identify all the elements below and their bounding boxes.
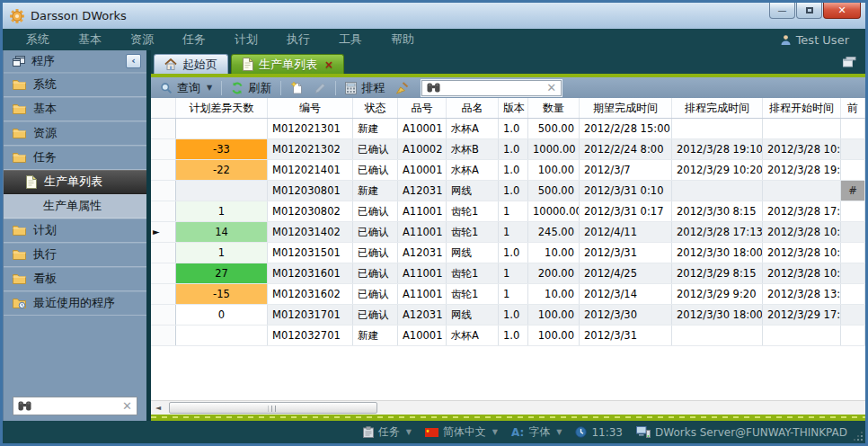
toolbar-clear-button[interactable] [392, 79, 412, 97]
toolbar-new-button[interactable] [288, 79, 306, 97]
menu-item-6[interactable]: 工具 [324, 29, 376, 50]
horizontal-scrollbar[interactable]: ◄ [151, 400, 865, 415]
cell-extra [841, 222, 865, 242]
cell-code: M012030802 [268, 201, 353, 221]
table-row[interactable]: M012030801新建A12031网线1.0500.002012/3/31 0… [151, 181, 865, 201]
cell-item_name: 网线 [447, 243, 499, 263]
table-row[interactable]: -33M012021302已确认A10002水杯B1.01000.002012/… [151, 139, 865, 160]
cell-qty: 200.00 [528, 263, 580, 283]
menu-item-0[interactable]: 系统 [12, 29, 64, 50]
cell-sched_end: 2012/3/30 18:00 [672, 243, 763, 263]
scroll-left-arrow[interactable]: ◄ [151, 401, 165, 415]
column-header-7[interactable]: 期望完成时间 [580, 98, 672, 118]
cell-status: 已确认 [353, 222, 398, 242]
column-header-3[interactable]: 品号 [398, 98, 447, 118]
column-header-10[interactable]: 前 [841, 98, 865, 118]
sidebar-item-7[interactable]: 执行 [4, 243, 146, 267]
chevron-down-icon: ▼ [556, 428, 562, 436]
cell-sched_start: 2012/3/28 10:52 [763, 222, 841, 242]
close-button[interactable]: ✕ [823, 3, 861, 19]
table-row[interactable]: ►14M012031402已确认A11001齿轮11245.002012/4/1… [151, 222, 865, 243]
sidebar-item-3[interactable]: 任务 [4, 146, 146, 170]
table-row[interactable]: M012032701新建A10001水杯A1.0100.002012/3/31 [151, 326, 865, 346]
cell-version: 1 [499, 201, 528, 221]
tab-0[interactable]: 起始页 [154, 54, 228, 74]
cell-item_name: 齿轮1 [447, 263, 499, 283]
status-bar: 任务▼简体中文▼A:字体▼11:33DWorks Server@FUNWAY-T… [3, 421, 865, 443]
sidebar-item-6[interactable]: 计划 [4, 219, 146, 243]
table-row[interactable]: 1M012030802已确认A11001齿轮1110000.002012/3/3… [151, 201, 865, 222]
cell-extra [841, 326, 865, 345]
table-row[interactable]: 1M012031501已确认A12031网线1.010.002012/3/312… [151, 243, 865, 263]
sidebar-item-label: 基本 [33, 101, 57, 117]
menu-item-4[interactable]: 计划 [220, 29, 272, 50]
menu-item-3[interactable]: 任务 [168, 29, 220, 50]
column-header-5[interactable]: 版本 [499, 98, 528, 118]
font-icon: A: [511, 426, 524, 439]
status-item-1[interactable]: 简体中文▼ [425, 424, 498, 440]
toolbar-search: ✕ [421, 80, 562, 96]
menu-item-2[interactable]: 资源 [116, 29, 168, 50]
cell-sched_start: 2012/3/28 13:40 [763, 284, 841, 304]
sidebar-item-2[interactable]: 资源 [4, 121, 146, 146]
cell-expect: 2012/3/31 [580, 326, 672, 345]
maximize-button[interactable] [796, 3, 822, 19]
sidebar-search-input[interactable] [36, 400, 118, 413]
toolbar-refresh-button[interactable]: 刷新 [228, 79, 274, 97]
table-row[interactable]: -22M012021401已确认A10001水杯A1.0100.002012/3… [151, 160, 865, 181]
column-header-6[interactable]: 数量 [528, 98, 580, 118]
resize-grip[interactable] [861, 439, 863, 441]
float-window-icon[interactable] [843, 57, 856, 67]
column-header-4[interactable]: 品名 [447, 98, 499, 118]
sidebar-item-1[interactable]: 基本 [4, 97, 146, 121]
scrollbar-grip-icon [269, 406, 279, 412]
sidebar-item-0[interactable]: 系统 [4, 73, 146, 97]
cell-diff [176, 326, 268, 345]
orders-grid: 计划差异天数编号状态品号品名版本数量期望完成时间排程完成时间排程开始时间前 M0… [151, 98, 865, 421]
menu-item-7[interactable]: 帮助 [376, 29, 429, 50]
menu-item-5[interactable]: 执行 [272, 29, 324, 50]
scrollbar-thumb[interactable] [169, 402, 377, 414]
toolbar-edit-button[interactable] [311, 79, 329, 97]
sidebar-item-4[interactable]: 生产单列表 [4, 170, 146, 194]
cell-sched_start: 2012/3/28 10:52 [763, 243, 841, 263]
toolbar-button-label: 刷新 [248, 80, 271, 96]
table-row[interactable]: 0M012031701已确认A12031网线1.0100.002012/3/30… [151, 305, 865, 326]
programs-icon [13, 56, 25, 67]
clear-icon[interactable]: ✕ [546, 82, 556, 94]
table-row[interactable]: 27M012031601已确认A11001齿轮11200.002012/4/25… [151, 263, 865, 284]
user-badge[interactable]: Test User [780, 33, 856, 47]
tab-1[interactable]: 生产单列表× [231, 54, 344, 74]
cell-sched_end [672, 119, 763, 138]
status-item-2[interactable]: A:字体▼ [511, 424, 562, 440]
sidebar-item-5[interactable]: 生产单属性 [4, 194, 146, 219]
sidebar-item-8[interactable]: 看板 [4, 267, 146, 291]
column-header-8[interactable]: 排程完成时间 [672, 98, 763, 118]
toolbar-query-button[interactable]: 查询▼ [157, 79, 215, 97]
toolbar-search-input[interactable] [445, 82, 542, 94]
sidebar-collapse-button[interactable]: ‹ [126, 54, 141, 68]
column-header-2[interactable]: 状态 [353, 98, 398, 118]
cell-sched_start: 2012/3/28 17:13 [763, 201, 841, 221]
sidebar-item-label: 生产单属性 [43, 198, 102, 214]
cell-sched_end [672, 326, 763, 345]
toolbar: 查询▼刷新排程✕ [151, 77, 865, 98]
column-header-9[interactable]: 排程开始时间 [763, 98, 841, 118]
column-header-1[interactable]: 编号 [268, 98, 353, 118]
menu-item-1[interactable]: 基本 [64, 29, 116, 50]
toolbar-button-label: 查询 [177, 80, 200, 96]
table-row[interactable]: M012021301新建A10001水杯A1.0500.002012/2/28 … [151, 119, 865, 139]
clear-icon[interactable]: ✕ [122, 400, 132, 412]
tab-close-icon[interactable]: × [324, 58, 333, 71]
chevron-down-icon: ▼ [492, 428, 498, 436]
column-header-0[interactable]: 计划差异天数 [176, 98, 268, 118]
cell-sched_end: 2012/3/30 18:00 [672, 305, 763, 325]
folder-clock-icon [13, 298, 26, 309]
sidebar-item-label: 任务 [33, 149, 57, 165]
toolbar-schedule-button[interactable]: 排程 [342, 79, 387, 97]
sidebar-item-9[interactable]: 最近使用的程序 [4, 291, 146, 316]
status-item-label: DWorks Server@FUNWAY-THINKPAD [655, 426, 847, 439]
minimize-button[interactable]: — [769, 3, 795, 19]
table-row[interactable]: -15M012031602已确认A11001齿轮1110.002012/3/14… [151, 284, 865, 305]
status-item-0[interactable]: 任务▼ [363, 424, 412, 440]
